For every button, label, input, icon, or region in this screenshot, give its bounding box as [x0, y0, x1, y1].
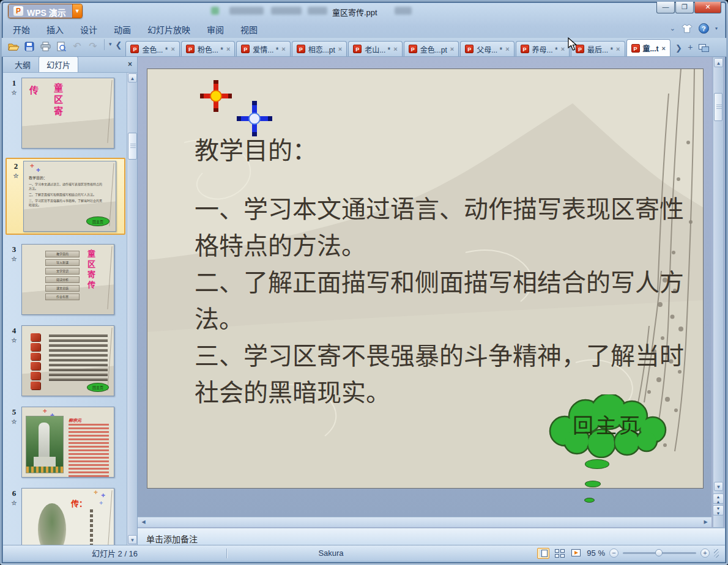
cloud-trail-dot-1 [585, 459, 609, 469]
new-tab-icon[interactable]: + [686, 43, 695, 53]
ppt-file-icon: P [465, 45, 474, 53]
horizontal-scrollbar[interactable]: ◀ ▶ [138, 517, 711, 527]
doc-tab-1[interactable]: P 金色... * × [125, 41, 179, 56]
scroll-up-icon[interactable]: ▲ [714, 58, 723, 67]
slide-thumb-4[interactable]: 4 ☆ 回主页 [6, 324, 125, 397]
menu-slideshow[interactable]: 幻灯片放映 [147, 23, 190, 35]
print-icon[interactable] [39, 40, 52, 53]
next-slide-button[interactable]: ▼▼ [713, 505, 724, 515]
document-title: 童区寄传.ppt [332, 6, 377, 18]
more-dropdown-icon[interactable]: ▾ [715, 26, 718, 31]
tab-close-icon[interactable]: × [393, 45, 397, 53]
ribbon-collapse-icon[interactable]: ⌄ [670, 24, 675, 32]
slide-thumb-3[interactable]: 3 ☆ 教学目的 导入新课 文学常识 阅读分析 课文总结 作业布置 [6, 243, 125, 316]
slide-thumb-5[interactable]: 5 ☆ ✛ ✛ 柳宗元 [6, 405, 125, 479]
zoom-slider-thumb[interactable] [655, 549, 663, 556]
thumbnail-list: 1 ☆ 传 童区寄 2 ☆ ✛ [3, 73, 137, 545]
home-cloud-button[interactable]: 回主页 [541, 394, 674, 458]
redo-icon[interactable]: ↷ [86, 40, 100, 53]
doc-tab-3[interactable]: P 爱情... * × [236, 41, 290, 56]
previous-slide-button[interactable]: ▲▲ [713, 493, 724, 504]
red-sparkle-icon [200, 80, 232, 112]
scroll-down-icon[interactable]: ▼ [714, 482, 723, 491]
slideshow-icon[interactable] [570, 548, 582, 559]
doc-tab-active[interactable]: P 童...t × [626, 39, 670, 56]
panel-scrollbar[interactable]: ▲ ▼ [127, 73, 137, 545]
cloud-trail-dot-2 [585, 481, 601, 487]
menu-review[interactable]: 审阅 [207, 23, 224, 35]
vertical-scrollbar-thumb[interactable] [714, 93, 722, 121]
blurred-text-3 [308, 7, 327, 15]
wps-app-button[interactable]: P WPS 演示 ▼ [8, 4, 83, 18]
zoom-slider[interactable] [623, 552, 696, 554]
slide-canvas[interactable]: 教学目的： 一、学习本文通过语言、动作描写表现区寄性格特点的方法。 二、了解正面… [138, 57, 711, 517]
help-icon[interactable]: ? [699, 23, 709, 34]
slide-body-text[interactable]: 教学目的： 一、学习本文通过语言、动作描写表现区寄性格特点的方法。 二、了解正面… [195, 133, 684, 412]
doc-tab-6[interactable]: P 金色...pt × [404, 41, 459, 56]
restore-button[interactable]: ❐ [675, 2, 694, 13]
tab-close-icon[interactable]: × [505, 45, 509, 53]
tab-close-icon[interactable]: × [561, 45, 565, 53]
notes-area[interactable]: 单击添加备注 [138, 528, 725, 545]
slide-thumb-6[interactable]: 6 ☆ ✛ ✛ ✛ 传： [6, 487, 125, 545]
ppt-file-icon: P [186, 45, 195, 53]
undo-icon[interactable]: ↶ [70, 40, 84, 53]
theme-name: Sakura [227, 548, 435, 558]
scroll-left-icon[interactable]: ◀ [139, 518, 148, 526]
zoom-in-icon[interactable]: + [700, 548, 710, 558]
tab-list-icon[interactable] [699, 44, 710, 52]
save-icon[interactable] [23, 40, 36, 53]
normal-view-icon[interactable] [537, 548, 549, 559]
app-menu-dropdown-icon[interactable]: ▼ [72, 4, 82, 18]
menu-home[interactable]: 开始 [13, 23, 30, 35]
app-name: WPS 演示 [27, 6, 66, 18]
print-preview-icon[interactable] [54, 40, 68, 53]
toolbar-options-icon[interactable]: ▾ [109, 41, 112, 52]
scroll-down-icon[interactable]: ▼ [128, 535, 137, 544]
doc-tab-8[interactable]: P 养母... * × [516, 41, 570, 56]
mini-sparkle-orange: ✛ [94, 490, 98, 495]
panel-close-icon[interactable]: × [128, 60, 132, 68]
doc-tab-2[interactable]: P 粉色... * × [181, 41, 235, 56]
doc-tab-5[interactable]: P 老山... * × [348, 41, 402, 56]
mini-sparkle-blue: ✛ [101, 493, 105, 498]
toolbar-separator [104, 39, 105, 50]
status-bar: 幻灯片 2 / 16 Sakura 95 % − + [3, 545, 725, 561]
doc-tab-4[interactable]: P 相恋...pt × [292, 41, 347, 56]
tab-close-icon[interactable]: × [226, 45, 230, 53]
tab-close-icon[interactable]: × [662, 45, 666, 52]
slide-sorter-icon[interactable] [554, 548, 566, 559]
scroll-up-icon[interactable]: ▲ [128, 73, 137, 83]
scroll-tabs-left-icon[interactable]: ❮ [114, 40, 124, 53]
slide-thumb-1[interactable]: 1 ☆ 传 童区寄 [6, 76, 125, 150]
panel-scrollbar-thumb[interactable] [128, 133, 137, 160]
zoom-out-icon[interactable]: − [609, 548, 618, 558]
blurred-text-1 [229, 7, 264, 15]
skin-icon[interactable] [682, 24, 693, 34]
menu-animation[interactable]: 动画 [114, 23, 131, 35]
menu-design[interactable]: 设计 [80, 23, 97, 35]
ppt-file-icon: P [576, 45, 584, 53]
tab-close-icon[interactable]: × [338, 45, 342, 53]
minimize-button[interactable]: — [656, 2, 675, 13]
close-button[interactable]: ✕ [694, 2, 721, 13]
mini-sparkle-red: ✛ [30, 163, 34, 169]
tab-close-icon[interactable]: × [616, 45, 620, 53]
home-cloud-label: 回主页 [541, 409, 674, 439]
open-folder-icon[interactable] [7, 40, 20, 53]
tab-close-icon[interactable]: × [281, 45, 285, 53]
doc-tab-7[interactable]: P 父母... * × [460, 41, 514, 56]
mini-red-paragraph [69, 424, 109, 478]
tab-close-icon[interactable]: × [450, 45, 454, 53]
doc-tab-9[interactable]: P 最后... * × [571, 41, 625, 56]
tab-outline[interactable]: 大纲 [7, 56, 39, 72]
tab-close-icon[interactable]: × [171, 45, 174, 53]
blurred-text-2 [271, 7, 302, 15]
scroll-tabs-right-icon[interactable]: ❯ [675, 43, 682, 53]
tab-slides[interactable]: 幻灯片 [39, 56, 78, 72]
menu-view[interactable]: 视图 [240, 23, 258, 35]
vertical-scrollbar[interactable]: ▲ ▼ [713, 57, 724, 528]
slide-thumb-2-selected[interactable]: 2 ☆ ✛ ✛ 教学目的： 一、学习本文通过语言、动作描写表现区寄性格特点的方法… [6, 158, 125, 235]
scroll-right-icon[interactable]: ▶ [701, 518, 710, 526]
menu-insert[interactable]: 插入 [46, 23, 64, 35]
